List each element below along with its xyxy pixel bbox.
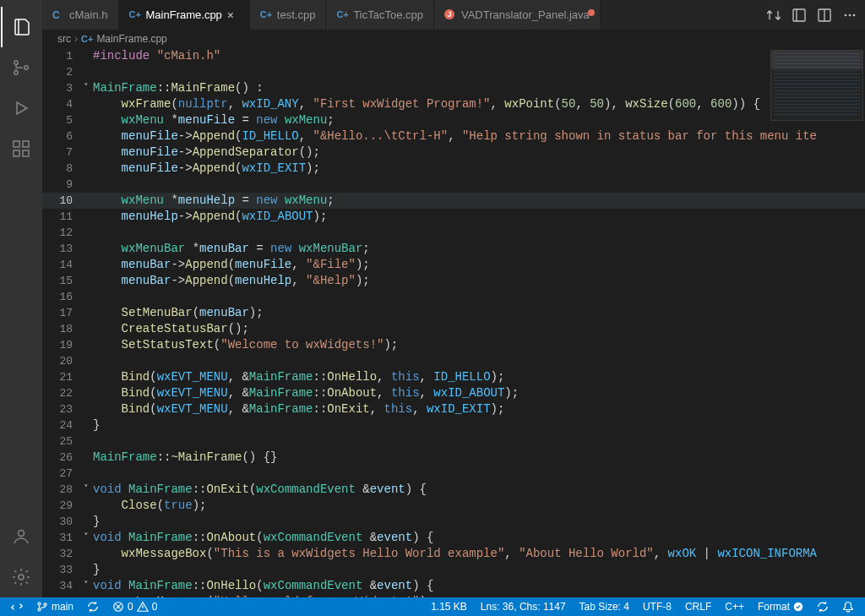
- file-icon: C+: [336, 9, 348, 21]
- code-line[interactable]: 22 Bind(wxEVT_MENU, &MainFrame::OnAbout,…: [42, 385, 865, 401]
- activity-run-debug[interactable]: [1, 88, 41, 128]
- svg-point-14: [38, 602, 41, 605]
- code-line[interactable]: 34˅void MainFrame::OnHello(wxCommandEven…: [42, 578, 865, 594]
- code-line[interactable]: 26MainFrame::~MainFrame() {}: [42, 450, 865, 466]
- svg-point-16: [44, 603, 46, 606]
- warning-icon: [137, 601, 149, 613]
- activity-settings[interactable]: [1, 557, 41, 597]
- code-line[interactable]: 8 menuFile->Append(wxID_EXIT);: [42, 161, 865, 177]
- line-number: 7: [42, 144, 79, 161]
- line-number: 30: [42, 514, 79, 530]
- status-language[interactable]: C++: [721, 601, 748, 613]
- code-line[interactable]: 25: [42, 433, 865, 450]
- code-line[interactable]: 10 wxMenu *menuHelp = new wxMenu;: [42, 193, 865, 209]
- close-icon[interactable]: ×: [227, 8, 239, 22]
- check-icon: [793, 602, 803, 612]
- code-line[interactable]: 7 menuFile->AppendSeparator();: [42, 144, 865, 161]
- more-actions-icon[interactable]: [843, 8, 857, 22]
- code-text: wxMenuBar *menuBar = new wxMenuBar;: [93, 241, 865, 257]
- code-text: Close(true);: [93, 498, 865, 514]
- file-icon: C+: [260, 9, 272, 21]
- fold-icon[interactable]: ˅: [79, 80, 93, 96]
- code-line[interactable]: 4 wxFrame(nullptr, wxID_ANY, "First wxWi…: [42, 96, 865, 112]
- activity-bar: [0, 0, 42, 597]
- code-text: #include "cMain.h": [93, 48, 865, 64]
- status-remote[interactable]: [7, 601, 27, 613]
- code-line[interactable]: 13 wxMenuBar *menuBar = new wxMenuBar;: [42, 241, 865, 257]
- code-editor[interactable]: 1#include "cMain.h"23˅MainFrame::MainFra…: [42, 48, 865, 597]
- line-number: 14: [42, 257, 79, 273]
- activity-extensions[interactable]: [1, 128, 41, 169]
- tab-mainframe-cpp[interactable]: C+MainFrame.cpp×: [119, 0, 250, 30]
- line-number: 5: [42, 112, 79, 128]
- line-number: 17: [42, 305, 79, 321]
- code-line[interactable]: 16: [42, 289, 865, 305]
- status-format[interactable]: Format: [753, 601, 808, 613]
- code-line[interactable]: 14 menuBar->Append(menuFile, "&File");: [42, 257, 865, 273]
- code-line[interactable]: 11 menuHelp->Append(wxID_ABOUT);: [42, 209, 865, 225]
- fold-icon[interactable]: ˅: [79, 482, 93, 498]
- line-number: 6: [42, 128, 79, 144]
- code-line[interactable]: 12: [42, 225, 865, 241]
- code-line[interactable]: 35 wxLogMessage("Hello world from wxWidg…: [42, 594, 865, 597]
- code-line[interactable]: 5 wxMenu *menuFile = new wxMenu;: [42, 112, 865, 128]
- tab-bar: CcMain.hC+MainFrame.cpp×C+test.cppC+TicT…: [42, 0, 865, 30]
- code-line[interactable]: 9: [42, 177, 865, 193]
- code-line[interactable]: 18 CreateStatusBar();: [42, 321, 865, 337]
- split-editor-icon[interactable]: [818, 8, 831, 22]
- line-number: 28: [42, 482, 79, 498]
- code-line[interactable]: 15 menuBar->Append(menuHelp, "&Help");: [42, 273, 865, 289]
- code-text: void MainFrame::OnHello(wxCommandEvent &…: [93, 578, 865, 594]
- compare-changes-icon[interactable]: [767, 8, 781, 22]
- line-number: 9: [42, 177, 79, 193]
- fold-icon[interactable]: ˅: [79, 530, 93, 546]
- status-eol[interactable]: CRLF: [681, 601, 715, 613]
- minimap[interactable]: [770, 50, 863, 121]
- code-line[interactable]: 33}: [42, 562, 865, 578]
- status-lines[interactable]: Lns: 36, Chs: 1147: [476, 601, 570, 613]
- status-tabsize[interactable]: Tab Size: 4: [575, 601, 634, 613]
- breadcrumb-folder[interactable]: src: [57, 33, 71, 45]
- code-line[interactable]: 20: [42, 353, 865, 369]
- code-line[interactable]: 6 menuFile->Append(ID_HELLO, "&Hello...\…: [42, 128, 865, 144]
- status-prettier-icon[interactable]: [813, 601, 833, 613]
- tab-test-cpp[interactable]: C+test.cpp: [250, 0, 327, 30]
- line-number: 4: [42, 96, 79, 112]
- code-line[interactable]: 27: [42, 466, 865, 482]
- code-text: wxFrame(nullptr, wxID_ANY, "First wxWidg…: [93, 96, 865, 112]
- open-changes-icon[interactable]: [792, 8, 806, 22]
- file-icon: J: [444, 9, 456, 21]
- tab-vadtranslator_panel-java[interactable]: JVADTranslator_Panel.java: [434, 0, 601, 30]
- code-line[interactable]: 29 Close(true);: [42, 498, 865, 514]
- code-line[interactable]: 1#include "cMain.h": [42, 48, 865, 64]
- activity-accounts[interactable]: [1, 516, 41, 557]
- code-line[interactable]: 19 SetStatusText("Welcome to wxWidgets!"…: [42, 337, 865, 353]
- status-encoding[interactable]: UTF-8: [639, 601, 676, 613]
- status-bell[interactable]: [838, 601, 858, 613]
- code-line[interactable]: 23 Bind(wxEVT_MENU, &MainFrame::OnExit, …: [42, 401, 865, 417]
- error-icon: [112, 601, 124, 613]
- code-text: SetMenuBar(menuBar);: [93, 305, 865, 321]
- status-problems[interactable]: 0 0: [108, 601, 161, 613]
- code-line[interactable]: 24}: [42, 417, 865, 433]
- tab-cmain-h[interactable]: CcMain.h: [42, 0, 119, 30]
- status-branch[interactable]: main: [32, 601, 78, 613]
- activity-explorer[interactable]: [1, 7, 41, 47]
- status-sync[interactable]: [83, 601, 103, 613]
- code-line[interactable]: 3˅MainFrame::MainFrame() :: [42, 80, 865, 96]
- status-filesize[interactable]: 1.15 KB: [427, 601, 471, 613]
- code-line[interactable]: 2: [42, 64, 865, 80]
- breadcrumb-file[interactable]: MainFrame.cpp: [96, 33, 166, 45]
- code-line[interactable]: 17 SetMenuBar(menuBar);: [42, 305, 865, 321]
- tab-tictactoe-cpp[interactable]: C+TicTacToe.cpp: [326, 0, 434, 30]
- code-line[interactable]: 28˅void MainFrame::OnExit(wxCommandEvent…: [42, 482, 865, 498]
- line-number: 11: [42, 209, 79, 225]
- breadcrumb[interactable]: src › C+ MainFrame.cpp: [42, 30, 865, 48]
- line-number: 29: [42, 498, 79, 514]
- code-line[interactable]: 30}: [42, 514, 865, 530]
- code-line[interactable]: 21 Bind(wxEVT_MENU, &MainFrame::OnHello,…: [42, 369, 865, 385]
- code-line[interactable]: 32 wxMessageBox("This is a wxWidgets Hel…: [42, 546, 865, 562]
- fold-icon[interactable]: ˅: [79, 578, 93, 594]
- activity-source-control[interactable]: [1, 47, 41, 88]
- code-line[interactable]: 31˅void MainFrame::OnAbout(wxCommandEven…: [42, 530, 865, 546]
